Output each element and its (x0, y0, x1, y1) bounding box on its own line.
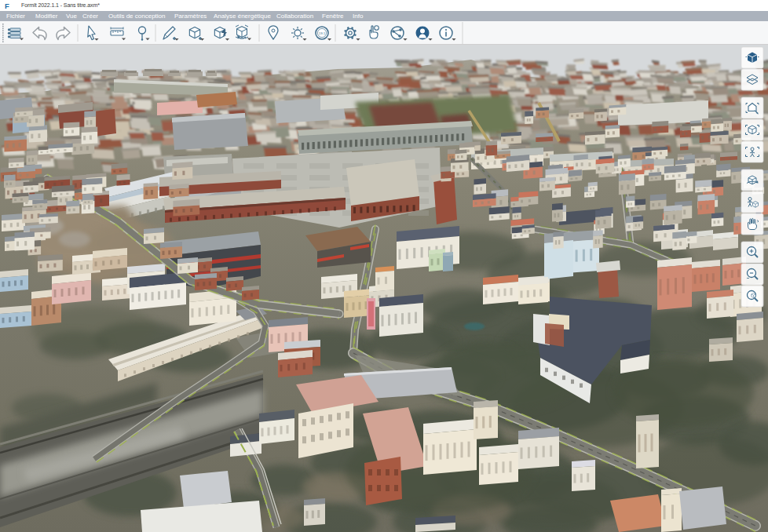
svg-text:19.1: 19.1 (319, 31, 326, 35)
